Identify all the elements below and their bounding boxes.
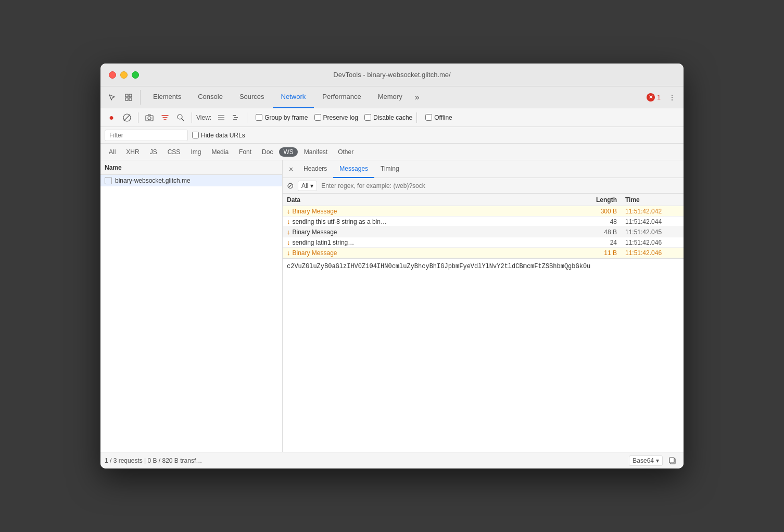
disable-cache-text: Disable cache xyxy=(373,114,412,121)
network-toolbar: ● View: xyxy=(100,108,684,127)
tab-bar-right: ✕ 1 ⋮ xyxy=(647,90,679,105)
tab-messages[interactable]: Messages xyxy=(333,160,374,178)
tab-sources[interactable]: Sources xyxy=(231,86,273,108)
tab-timing[interactable]: Timing xyxy=(374,160,406,178)
devtools-menu-icon[interactable]: ⋮ xyxy=(665,90,679,105)
type-filter-font[interactable]: Font xyxy=(235,147,256,157)
dropdown-icon: ▾ xyxy=(310,182,313,189)
messages-table-header: Data Length Time xyxy=(283,194,684,206)
messages-filter: ⊘ All ▾ xyxy=(283,178,684,194)
message-row[interactable]: ↓ sending this utf-8 string as a bin… 48… xyxy=(283,217,684,227)
group-by-frame-label[interactable]: Group by frame xyxy=(256,114,308,121)
data-column-header: Data xyxy=(283,196,569,204)
preserve-log-checkbox[interactable] xyxy=(314,114,321,121)
list-view-icon[interactable] xyxy=(214,111,228,124)
disable-cache-label[interactable]: Disable cache xyxy=(364,114,412,121)
detail-panel: × Headers Messages Timing ⊘ All ▾ xyxy=(283,160,684,452)
inspect-icon[interactable] xyxy=(121,90,136,105)
type-filter-js[interactable]: JS xyxy=(146,147,161,157)
encoding-select[interactable]: Base64 ▾ xyxy=(629,455,663,466)
status-right: Base64 ▾ xyxy=(629,454,679,467)
error-circle: ✕ xyxy=(647,93,655,102)
status-bar: 1 / 3 requests | 0 B / 820 B transf… Bas… xyxy=(100,452,684,468)
type-filter-img[interactable]: Img xyxy=(186,147,205,157)
tab-elements[interactable]: Elements xyxy=(145,86,189,108)
tab-overflow-button[interactable]: » xyxy=(411,93,424,102)
message-row[interactable]: ↓ sending latin1 string… 24 11:51:42.046 xyxy=(283,237,684,248)
offline-label[interactable]: Offline xyxy=(425,114,452,121)
message-row[interactable]: ↓ Binary Message 48 B 11:51:42.045 xyxy=(283,227,684,237)
group-by-frame-checkbox[interactable] xyxy=(256,114,262,121)
main-tabs: Elements Console Sources Network Perform… xyxy=(145,86,647,108)
type-filter-xhr[interactable]: XHR xyxy=(122,147,143,157)
search-button[interactable] xyxy=(174,111,187,124)
svg-point-8 xyxy=(178,115,182,119)
message-row[interactable]: ↓ Binary Message 11 B 11:51:42.046 xyxy=(283,248,684,258)
close-detail-button[interactable]: × xyxy=(285,163,297,175)
svg-line-5 xyxy=(124,115,130,121)
encoding-label: Base64 xyxy=(633,457,654,464)
msg-text-5: Binary Message xyxy=(293,249,337,257)
type-filter-manifest[interactable]: Manifest xyxy=(300,147,332,157)
svg-rect-2 xyxy=(125,98,128,100)
record-button[interactable]: ● xyxy=(105,111,118,124)
hide-data-urls-label[interactable]: Hide data URLs xyxy=(192,132,245,139)
hide-data-urls-checkbox[interactable] xyxy=(192,132,199,138)
waterfall-view-icon[interactable] xyxy=(229,111,243,124)
request-name: binary-websocket.glitch.me xyxy=(115,177,191,184)
clear-button[interactable] xyxy=(120,111,134,124)
filter-input[interactable] xyxy=(105,130,188,141)
camera-button[interactable] xyxy=(143,111,156,124)
messages-type-select[interactable]: All ▾ xyxy=(298,181,317,191)
msg-data-2: ↓ sending this utf-8 string as a bin… xyxy=(283,217,569,226)
type-filter-doc[interactable]: Doc xyxy=(258,147,277,157)
preserve-log-text: Preserve log xyxy=(323,114,358,121)
svg-rect-17 xyxy=(669,458,674,463)
request-checkbox xyxy=(105,177,112,184)
svg-rect-0 xyxy=(125,94,128,97)
type-filter-all[interactable]: All xyxy=(105,147,120,157)
type-filter-bar: AllXHRJSCSSImgMediaFontDocWSManifestOthe… xyxy=(100,144,684,160)
tab-headers[interactable]: Headers xyxy=(297,160,333,178)
request-item[interactable]: binary-websocket.glitch.me xyxy=(100,175,282,186)
type-filter-ws[interactable]: WS xyxy=(279,147,297,157)
type-filter-media[interactable]: Media xyxy=(207,147,233,157)
msg-time-4: 11:51:42.046 xyxy=(621,238,684,247)
error-badge[interactable]: ✕ 1 xyxy=(647,93,661,102)
type-filter-other[interactable]: Other xyxy=(334,147,358,157)
group-by-frame-text: Group by frame xyxy=(264,114,308,121)
offline-text: Offline xyxy=(434,114,452,121)
arrow-icon-4: ↓ xyxy=(287,238,290,246)
preserve-log-label[interactable]: Preserve log xyxy=(314,114,358,121)
msg-data-1: ↓ Binary Message xyxy=(283,206,569,216)
arrow-icon-2: ↓ xyxy=(287,218,290,225)
minimize-button[interactable] xyxy=(120,71,128,79)
toolbar-sep-2 xyxy=(192,112,192,123)
requests-header: Name xyxy=(100,160,282,175)
msg-data-3: ↓ Binary Message xyxy=(283,227,569,237)
close-button[interactable] xyxy=(109,71,116,79)
status-text: 1 / 3 requests | 0 B / 820 B transf… xyxy=(105,457,629,464)
copy-button[interactable] xyxy=(666,454,679,467)
svg-point-7 xyxy=(148,117,151,120)
msg-length-5: 11 B xyxy=(569,248,621,258)
type-filter-css[interactable]: CSS xyxy=(163,147,185,157)
message-row[interactable]: ↓ Binary Message 300 B 11:51:42.042 xyxy=(283,206,684,217)
offline-checkbox[interactable] xyxy=(425,114,432,121)
msg-length-3: 48 B xyxy=(569,227,621,237)
requests-panel: Name binary-websocket.glitch.me xyxy=(100,160,283,452)
tab-network[interactable]: Network xyxy=(273,86,314,108)
no-sign-icon: ⊘ xyxy=(287,181,294,191)
time-column-header: Time xyxy=(621,196,684,204)
tab-performance[interactable]: Performance xyxy=(314,86,369,108)
tab-memory[interactable]: Memory xyxy=(370,86,411,108)
encoding-dropdown-icon: ▾ xyxy=(656,457,659,464)
maximize-button[interactable] xyxy=(132,71,139,79)
disable-cache-checkbox[interactable] xyxy=(364,114,371,121)
pointer-icon[interactable] xyxy=(105,90,119,105)
msg-length-4: 24 xyxy=(569,238,621,247)
filter-button[interactable] xyxy=(158,111,172,124)
tab-bar: Elements Console Sources Network Perform… xyxy=(100,86,684,108)
messages-regex-input[interactable] xyxy=(321,182,679,189)
tab-console[interactable]: Console xyxy=(189,86,231,108)
